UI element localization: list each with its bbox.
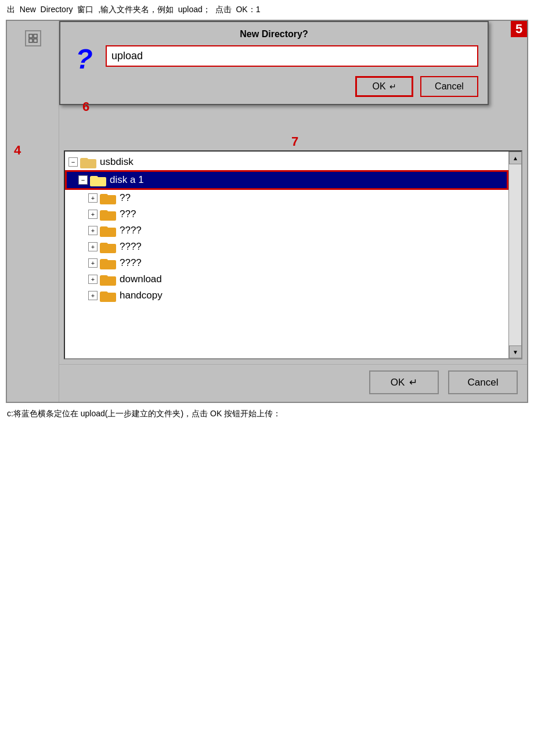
step-7-badge: 7 <box>291 134 298 149</box>
main-window: 5 New Directory? ? <box>6 20 528 403</box>
folder-icon-disk-a-1 <box>90 174 106 186</box>
new-directory-dialog: New Directory? ? OK ↵ Cancel <box>59 21 489 105</box>
tree-label-qqq: ??? <box>120 208 136 220</box>
dialog-title: New Directory? <box>70 29 478 39</box>
tree-row-handcopy[interactable]: + handcopy <box>65 287 508 304</box>
folder-icon-handcopy <box>100 289 116 302</box>
tree-label-qq: ?? <box>120 192 131 204</box>
dialog-ok-label: OK <box>372 81 385 92</box>
svg-rect-1 <box>34 34 37 38</box>
tree-row-qq[interactable]: + ?? <box>65 190 508 206</box>
expand-qq[interactable]: + <box>88 193 98 203</box>
directory-name-input[interactable] <box>106 45 478 67</box>
svg-rect-0 <box>29 34 33 38</box>
svg-rect-3 <box>34 39 37 42</box>
bottom-ok-button[interactable]: OK ↵ <box>369 370 439 394</box>
step-5-badge: 5 <box>511 21 527 37</box>
bottom-ok-label: OK <box>391 377 405 388</box>
expand-download[interactable]: + <box>88 275 98 284</box>
expand-qqqq1[interactable]: + <box>88 226 98 235</box>
tree-label-qqqq1: ???? <box>120 225 142 236</box>
dialog-enter-icon: ↵ <box>389 82 396 91</box>
folder-icon-qq <box>100 192 116 204</box>
bottom-cancel-button[interactable]: Cancel <box>448 370 518 394</box>
tree-content: − usbdisk − disk a 1 + ?? <box>65 152 508 306</box>
bottom-instruction: c:将蓝色横条定位在 upload(上一步建立的文件夹)，点击 OK 按钮开始上… <box>0 403 534 425</box>
top-instruction: 出 New Directory 窗口 ,输入文件夹名，例如 upload； 点击… <box>0 0 534 20</box>
tree-row-qqq[interactable]: + ??? <box>65 206 508 222</box>
tree-row-qqqq2[interactable]: + ???? <box>65 239 508 255</box>
folder-icon-download <box>100 273 116 286</box>
svg-rect-2 <box>29 39 33 42</box>
bottom-enter-icon: ↵ <box>409 376 417 388</box>
top-instruction-text: 出 New Directory 窗口 ,输入文件夹名，例如 upload； 点击… <box>7 5 260 15</box>
expand-handcopy[interactable]: + <box>88 291 98 300</box>
step-6-badge: 6 <box>82 99 89 114</box>
folder-icon-usbdisk <box>80 156 96 168</box>
tree-row-usbdisk[interactable]: − usbdisk <box>65 154 508 170</box>
bottom-instruction-text: c:将蓝色横条定位在 upload(上一步建立的文件夹)，点击 OK 按钮开始上… <box>7 409 281 418</box>
expand-qqqq3[interactable]: + <box>88 258 98 268</box>
bottom-cancel-label: Cancel <box>468 377 499 388</box>
expand-disk-a-1[interactable]: − <box>78 175 88 185</box>
bottom-buttons-area: OK ↵ Cancel <box>59 364 527 400</box>
dialog-question-icon: ? <box>70 45 99 73</box>
folder-icon-qqq <box>100 208 116 221</box>
folder-icon-qqqq2 <box>100 240 116 253</box>
file-tree-area: − usbdisk − disk a 1 + ?? <box>59 146 527 364</box>
tree-row-qqqq3[interactable]: + ???? <box>65 255 508 271</box>
expand-qqqq2[interactable]: + <box>88 242 98 251</box>
dialog-ok-button[interactable]: OK ↵ <box>355 76 413 97</box>
tree-label-usbdisk: usbdisk <box>100 156 134 168</box>
tree-label-qqqq2: ???? <box>120 241 142 253</box>
tree-label-qqqq3: ???? <box>120 257 142 269</box>
expand-qqq[interactable]: + <box>88 210 98 219</box>
scrollbar[interactable]: ▲ ▼ <box>508 152 521 358</box>
scroll-up-button[interactable]: ▲ <box>509 152 522 164</box>
tree-label-disk-a-1: disk a 1 <box>110 174 144 186</box>
expand-usbdisk[interactable]: − <box>68 157 78 167</box>
tree-label-download: download <box>120 273 162 285</box>
expand-grid-icon[interactable] <box>25 30 41 46</box>
tree-container: − usbdisk − disk a 1 + ?? <box>64 150 522 359</box>
tree-row-qqqq1[interactable]: + ???? <box>65 222 508 239</box>
folder-icon-qqqq3 <box>100 257 116 269</box>
step-4-badge: 4 <box>14 143 21 158</box>
dialog-cancel-button[interactable]: Cancel <box>420 76 478 97</box>
tree-label-handcopy: handcopy <box>120 290 163 301</box>
scroll-down-button[interactable]: ▼ <box>509 345 522 358</box>
dialog-cancel-label: Cancel <box>435 81 464 92</box>
folder-icon-qqqq1 <box>100 224 116 237</box>
scroll-track[interactable] <box>509 164 521 345</box>
left-panel <box>7 21 59 402</box>
tree-row-download[interactable]: + download <box>65 271 508 287</box>
tree-row-disk-a-1[interactable]: − disk a 1 <box>65 170 508 190</box>
